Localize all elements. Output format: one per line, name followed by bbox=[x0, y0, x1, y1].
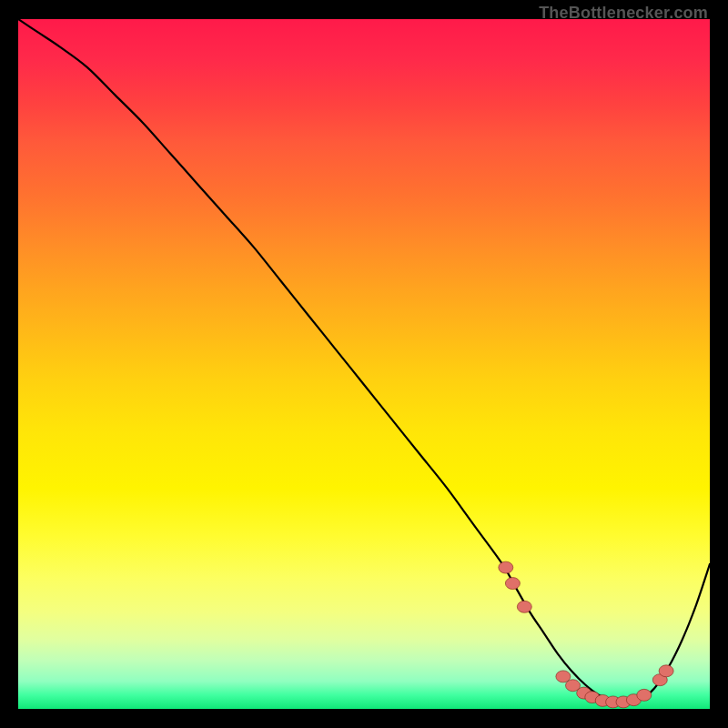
gradient-background bbox=[18, 19, 710, 709]
watermark-text: TheBottlenecker.com bbox=[539, 4, 708, 23]
chart-container: TheBottlenecker.com bbox=[0, 0, 728, 728]
plot-area bbox=[18, 18, 710, 710]
